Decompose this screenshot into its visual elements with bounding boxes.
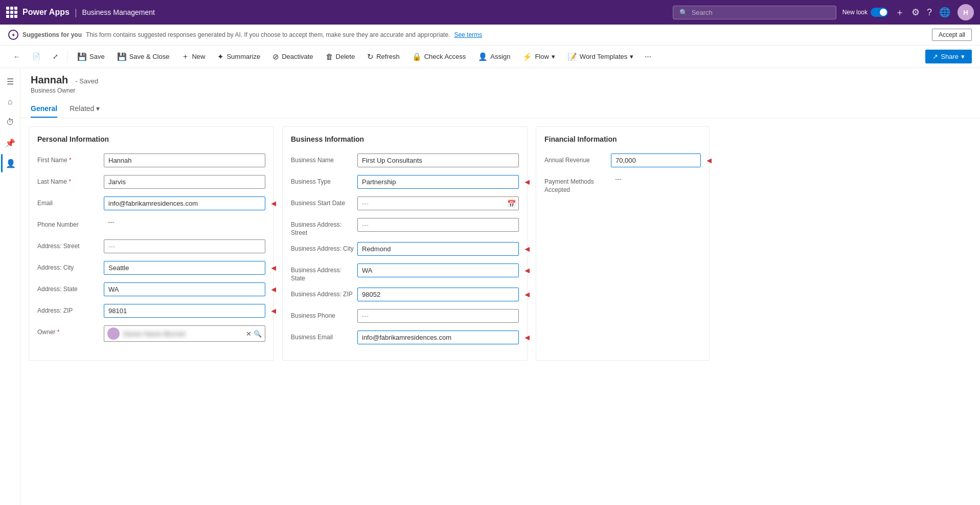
word-templates-chevron-icon: ▾ bbox=[630, 53, 633, 60]
assign-button[interactable]: 👤 Assign bbox=[473, 49, 515, 64]
save-button[interactable]: 💾 Save bbox=[72, 49, 110, 64]
business-start-date-row: Business Start Date 📅 bbox=[291, 196, 519, 213]
address-street-input[interactable] bbox=[104, 239, 265, 253]
business-address-street-label: Business Address: Street bbox=[291, 218, 357, 237]
first-name-input[interactable] bbox=[104, 153, 265, 167]
business-address-state-input[interactable] bbox=[357, 264, 519, 277]
word-templates-button[interactable]: 📝 Word Templates ▾ bbox=[562, 49, 639, 64]
ai-suggestion-icon: ✦ bbox=[8, 30, 18, 40]
assign-label: Assign bbox=[490, 53, 510, 60]
business-type-input[interactable] bbox=[357, 175, 519, 189]
revenue-arrow: ◄ bbox=[705, 156, 713, 165]
expand-button[interactable]: ⤢ bbox=[48, 50, 63, 63]
record-role: Business Owner bbox=[31, 87, 970, 94]
save-close-button[interactable]: 💾 Save & Close bbox=[112, 49, 175, 64]
first-name-row: First Name * bbox=[37, 153, 265, 170]
search-input[interactable] bbox=[692, 9, 830, 16]
search-bar[interactable]: 🔍 bbox=[673, 6, 836, 19]
email-row: Email ◄ bbox=[37, 196, 265, 213]
calendar-icon[interactable]: 📅 bbox=[507, 200, 516, 208]
back-button[interactable]: ← bbox=[8, 50, 25, 63]
left-sidebar: ☰ ⌂ ⏱ 📌 👤 bbox=[0, 68, 20, 505]
owner-field[interactable]: Owner Name Blurred ✕ 🔍 bbox=[104, 325, 265, 342]
share-button[interactable]: ↗ Share ▾ bbox=[925, 50, 972, 63]
page-icon: 📄 bbox=[32, 53, 40, 60]
flow-label: Flow bbox=[535, 53, 549, 60]
help-icon[interactable]: ? bbox=[927, 7, 932, 18]
business-email-input[interactable] bbox=[357, 331, 519, 344]
address-city-label: Address: City bbox=[37, 261, 104, 272]
sidebar-item-home[interactable]: ⌂ bbox=[1, 93, 19, 111]
assign-icon: 👤 bbox=[478, 52, 488, 61]
payment-methods-label: Payment Methods Accepted bbox=[544, 175, 611, 194]
tab-general[interactable]: General bbox=[31, 102, 57, 118]
refresh-button[interactable]: ↻ Refresh bbox=[362, 49, 405, 64]
tab-related[interactable]: Related ▾ bbox=[70, 102, 100, 118]
bus-city-arrow: ◄ bbox=[523, 245, 531, 254]
business-name-input[interactable] bbox=[357, 153, 519, 167]
form-panels: Personal Information First Name * bbox=[20, 118, 980, 369]
expand-icon: ⤢ bbox=[53, 53, 58, 60]
payment-methods-field: --- bbox=[611, 175, 701, 183]
annual-revenue-input[interactable] bbox=[611, 153, 701, 167]
new-look-switch[interactable] bbox=[871, 8, 888, 17]
share-chevron-icon: ▾ bbox=[961, 53, 965, 60]
business-phone-input[interactable] bbox=[357, 309, 519, 323]
address-state-label: Address: State bbox=[37, 282, 104, 294]
save-icon: 💾 bbox=[77, 52, 87, 61]
business-address-street-input[interactable] bbox=[357, 218, 519, 232]
sidebar-item-contacts[interactable]: 👤 bbox=[1, 154, 19, 172]
address-zip-input[interactable] bbox=[104, 304, 265, 318]
see-terms-link[interactable]: See terms bbox=[454, 31, 482, 38]
personal-info-panel: Personal Information First Name * bbox=[29, 126, 274, 361]
app-grid-icon[interactable] bbox=[6, 7, 17, 18]
delete-label: Delete bbox=[336, 53, 355, 60]
deactivate-button[interactable]: ⊘ Deactivate bbox=[267, 49, 318, 64]
business-address-city-input[interactable] bbox=[357, 242, 519, 256]
business-address-street-field bbox=[357, 218, 519, 232]
first-name-label: First Name * bbox=[37, 153, 104, 165]
nav-divider: | bbox=[75, 7, 77, 18]
address-zip-row: Address: ZIP ◄ bbox=[37, 304, 265, 320]
phone-field: --- bbox=[104, 218, 265, 226]
address-city-field: ◄ bbox=[104, 261, 265, 275]
business-start-date-input[interactable] bbox=[357, 196, 519, 210]
app-module: Business Management bbox=[82, 8, 155, 16]
business-address-zip-field: ◄ bbox=[357, 288, 519, 301]
city-arrow: ◄ bbox=[269, 264, 278, 273]
more-button[interactable]: ⋯ bbox=[641, 50, 655, 63]
business-address-state-field: ◄ bbox=[357, 264, 519, 277]
summarize-button[interactable]: ✦ Summarize bbox=[212, 49, 265, 64]
search-icon: 🔍 bbox=[679, 9, 688, 16]
record-saved-status: - Saved bbox=[75, 77, 98, 85]
main-layout: ☰ ⌂ ⏱ 📌 👤 Hannah - Saved Business Owner … bbox=[0, 68, 980, 505]
business-address-state-label: Business Address: State bbox=[291, 264, 357, 282]
flow-button[interactable]: ⚡ Flow ▾ bbox=[517, 49, 560, 64]
owner-lookup[interactable]: Owner Name Blurred ✕ 🔍 bbox=[104, 325, 265, 342]
refresh-icon: ↻ bbox=[367, 52, 374, 61]
avatar[interactable]: H bbox=[958, 4, 974, 20]
accept-all-button[interactable]: Accept all bbox=[932, 29, 972, 41]
delete-button[interactable]: 🗑 Delete bbox=[321, 49, 360, 64]
globe-icon[interactable]: 🌐 bbox=[939, 7, 950, 18]
add-icon[interactable]: ＋ bbox=[895, 6, 904, 18]
new-button[interactable]: ＋ New bbox=[176, 49, 210, 64]
sidebar-item-menu[interactable]: ☰ bbox=[1, 72, 19, 91]
business-type-row: Business Type ◄ bbox=[291, 175, 519, 191]
owner-search-icon[interactable]: 🔍 bbox=[254, 330, 262, 338]
business-email-field: ◄ bbox=[357, 331, 519, 344]
business-address-zip-input[interactable] bbox=[357, 288, 519, 301]
email-input[interactable] bbox=[104, 196, 265, 210]
new-look-toggle[interactable]: New look bbox=[842, 8, 888, 17]
address-city-input[interactable] bbox=[104, 261, 265, 275]
check-access-button[interactable]: 🔒 Check Access bbox=[407, 49, 471, 64]
page-icon-button[interactable]: 📄 bbox=[27, 50, 45, 63]
sidebar-item-pinned[interactable]: 📌 bbox=[1, 134, 19, 152]
last-name-input[interactable] bbox=[104, 175, 265, 189]
owner-clear-icon[interactable]: ✕ bbox=[246, 330, 252, 338]
bus-zip-arrow: ◄ bbox=[523, 290, 531, 299]
sidebar-item-recent[interactable]: ⏱ bbox=[1, 113, 19, 131]
top-navigation: Power Apps | Business Management 🔍 New l… bbox=[0, 0, 980, 25]
settings-icon[interactable]: ⚙ bbox=[911, 7, 920, 18]
address-state-input[interactable] bbox=[104, 282, 265, 296]
